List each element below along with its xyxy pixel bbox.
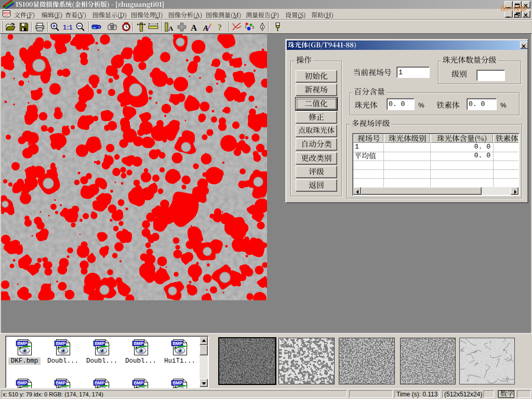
svg-text:?: ?	[218, 23, 222, 32]
svg-text:1:1: 1:1	[63, 23, 73, 31]
svg-text:1: 1	[245, 25, 247, 29]
svg-text:BMP: BMP	[134, 380, 143, 385]
svg-text:A: A	[168, 24, 174, 32]
svg-text:BMP: BMP	[17, 341, 27, 346]
svg-text:BMP: BMP	[172, 341, 182, 346]
svg-text:3: 3	[252, 25, 254, 29]
svg-text:BMP: BMP	[95, 380, 104, 385]
svg-text:BMP: BMP	[95, 341, 104, 346]
svg-text:BMP: BMP	[134, 341, 143, 346]
svg-text:BMP: BMP	[56, 341, 65, 346]
svg-text:A: A	[191, 23, 197, 32]
svg-text:DOC: DOC	[4, 11, 11, 15]
svg-text:BMP: BMP	[17, 380, 27, 385]
svg-text:A: A	[203, 24, 208, 32]
svg-text:BMP: BMP	[172, 380, 182, 385]
svg-text:BMP: BMP	[56, 380, 65, 385]
